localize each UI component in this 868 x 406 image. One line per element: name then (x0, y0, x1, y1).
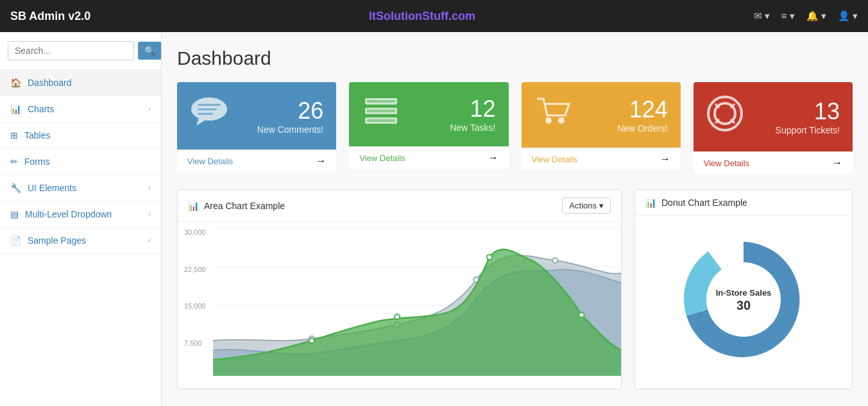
support-count: 13 (776, 98, 840, 125)
ui-elements-icon: 🔧 (10, 183, 21, 193)
svg-point-12 (558, 117, 565, 124)
support-label: Support Tickets! (776, 125, 840, 135)
tasks-label: New Tasks! (450, 123, 495, 133)
stat-card-support: 13 Support Tickets! View Details → (694, 82, 853, 174)
svg-point-11 (545, 117, 552, 124)
orders-arrow: → (660, 153, 670, 165)
svg-point-31 (395, 314, 400, 319)
sidebar-search-container: 🔍 (0, 32, 161, 70)
sidebar-item-tables[interactable]: ⊞ Tables (0, 123, 161, 149)
mail-icon[interactable]: ✉ ▾ (754, 10, 770, 22)
donut-chart-panel: 📊 Donut Chart Example (634, 189, 853, 389)
support-icon (706, 95, 744, 139)
area-chart-title-icon: 📊 (188, 201, 199, 211)
sidebar-item-multi-level[interactable]: ▤ Multi-Level Dropdown ‹ (0, 201, 161, 228)
charts-row: 📊 Area Chart Example Actions ▾ 30,000 22… (177, 189, 853, 389)
search-input[interactable] (8, 41, 134, 60)
chart-area (213, 222, 621, 389)
donut-svg: In-Store Sales 30 (673, 229, 814, 370)
orders-label: New Orders! (617, 123, 668, 133)
center-title: ItSolutionStuff.com (369, 10, 475, 23)
tasks-link[interactable]: View Details (359, 153, 405, 163)
area-chart-panel: 📊 Area Chart Example Actions ▾ 30,000 22… (177, 189, 622, 389)
area-chart-header: 📊 Area Chart Example Actions ▾ (178, 190, 621, 222)
comments-arrow: → (316, 155, 326, 167)
brand-title: SB Admin v2.0 (10, 10, 90, 23)
user-icon[interactable]: 👤 ▾ (838, 10, 858, 22)
bell-icon[interactable]: 🔔 ▾ (806, 10, 826, 22)
comments-count: 26 (257, 97, 323, 124)
comments-icon (190, 95, 228, 137)
svg-point-32 (487, 255, 492, 260)
support-arrow: → (832, 157, 842, 169)
sidebar-item-ui-elements[interactable]: 🔧 UI Elements ‹ (0, 175, 161, 201)
navbar: SB Admin v2.0 ItSolutionStuff.com ✉ ▾ ≡ … (0, 0, 868, 32)
svg-rect-4 (198, 113, 213, 115)
tasks-arrow: → (488, 152, 498, 164)
list-icon[interactable]: ≡ ▾ (781, 10, 795, 22)
dashboard-icon: 🏠 (10, 78, 21, 88)
chevron-icon: ‹ (148, 236, 151, 245)
chevron-icon: ‹ (148, 105, 151, 114)
sidebar-item-label: Dashboard (28, 78, 72, 88)
sidebar-item-sample-pages[interactable]: 📄 Sample Pages ‹ (0, 228, 161, 254)
svg-point-30 (309, 338, 314, 343)
comments-label: New Comments! (257, 124, 323, 135)
sidebar-item-label: UI Elements (28, 183, 76, 193)
stat-card-orders: 124 New Orders! View Details → (522, 82, 681, 174)
actions-chevron-icon: ▾ (599, 201, 604, 210)
svg-point-15 (708, 97, 742, 130)
sidebar: 🔍 🏠 Dashboard 📊 Charts ‹ ⊞ Tables ✏ F (0, 32, 162, 406)
charts-icon: 📊 (10, 104, 21, 114)
donut-chart-title-icon: 📊 (645, 198, 656, 208)
sidebar-item-dashboard[interactable]: 🏠 Dashboard (0, 70, 161, 96)
orders-icon (534, 95, 572, 135)
stat-card-tasks: 12 New Tasks! View Details → (349, 82, 508, 174)
main-content: Dashboard 26 N (162, 32, 868, 406)
stat-card-comments: 26 New Comments! View Details → (177, 82, 336, 174)
chevron-icon: ‹ (148, 183, 151, 192)
svg-text:In-Store Sales: In-Store Sales (716, 288, 772, 298)
sidebar-item-forms[interactable]: ✏ Forms (0, 149, 161, 175)
y-axis: 30,000 22,500 15,000 7,500 (178, 222, 213, 389)
svg-text:30: 30 (736, 298, 751, 312)
svg-point-29 (552, 258, 557, 263)
page-title: Dashboard (177, 47, 853, 69)
svg-rect-2 (198, 104, 221, 106)
tables-icon: ⊞ (10, 130, 18, 140)
donut-chart-body: In-Store Sales 30 (635, 216, 852, 383)
svg-rect-9 (367, 110, 395, 112)
donut-container: In-Store Sales 30 (635, 216, 852, 383)
donut-chart-title: 📊 Donut Chart Example (645, 198, 747, 208)
main-wrapper: 🔍 🏠 Dashboard 📊 Charts ‹ ⊞ Tables ✏ F (0, 32, 868, 406)
sample-pages-icon: 📄 (10, 235, 21, 246)
sidebar-item-label: Multi-Level Dropdown (25, 209, 112, 219)
sidebar-item-label: Charts (28, 104, 54, 114)
chevron-icon: ‹ (148, 210, 151, 219)
multi-level-icon: ▤ (10, 209, 19, 219)
support-link[interactable]: View Details (704, 158, 749, 168)
tasks-icon (362, 95, 400, 133)
sidebar-item-label: Sample Pages (28, 235, 86, 246)
area-chart-body: 30,000 22,500 15,000 7,500 (178, 222, 621, 389)
svg-rect-10 (367, 119, 395, 122)
forms-icon: ✏ (10, 156, 18, 167)
donut-chart-header: 📊 Donut Chart Example (635, 190, 852, 216)
comments-link[interactable]: View Details (187, 156, 233, 166)
area-chart-title: 📊 Area Chart Example (188, 201, 285, 211)
svg-rect-3 (198, 108, 217, 110)
sidebar-item-label: Forms (24, 156, 50, 167)
svg-rect-8 (367, 100, 395, 103)
sidebar-item-charts[interactable]: 📊 Charts ‹ (0, 96, 161, 123)
actions-button[interactable]: Actions ▾ (562, 198, 611, 214)
search-button[interactable]: 🔍 (138, 42, 162, 60)
tasks-count: 12 (450, 96, 495, 123)
sidebar-item-label: Tables (24, 130, 50, 140)
stat-cards: 26 New Comments! View Details → (177, 82, 853, 174)
orders-link[interactable]: View Details (532, 155, 577, 164)
navbar-right: ✉ ▾ ≡ ▾ 🔔 ▾ 👤 ▾ (754, 10, 858, 22)
orders-count: 124 (617, 96, 668, 123)
svg-point-33 (579, 312, 584, 317)
